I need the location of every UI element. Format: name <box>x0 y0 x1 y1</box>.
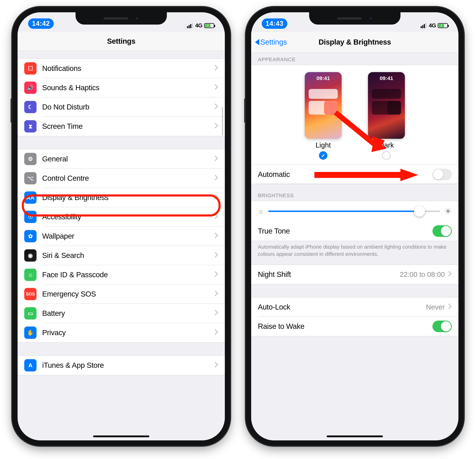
sounds-icon: 🔊 <box>24 82 36 94</box>
sos-icon: SOS <box>24 288 36 300</box>
battery-icon <box>438 23 448 28</box>
settings-row-appstore[interactable]: AiTunes & App Store <box>17 356 225 375</box>
signal-icon <box>421 23 427 28</box>
radio-dark[interactable] <box>382 151 391 160</box>
notch <box>309 12 400 25</box>
settings-row-control-centre[interactable]: ⌥Control Centre <box>17 169 225 188</box>
appearance-chooser: 09:41 Light 09:41 <box>251 65 459 164</box>
true-tone-label: True Tone <box>258 227 433 235</box>
siri-icon: ◉ <box>24 249 36 262</box>
row-night-shift[interactable]: Night Shift 22:00 to 08:00 <box>251 265 459 284</box>
chevron-right-icon <box>214 310 218 317</box>
chevron-left-icon <box>255 39 259 45</box>
settings-row-sounds[interactable]: 🔊Sounds & Haptics <box>17 78 225 97</box>
row-label: Control Centre <box>42 174 214 182</box>
display-icon: AA <box>24 191 36 204</box>
row-label: Wallpaper <box>42 232 214 240</box>
scroll-indicator[interactable] <box>222 107 223 135</box>
clock-pill: 14:43 <box>262 18 287 29</box>
chevron-right-icon <box>214 329 218 337</box>
settings-row-display[interactable]: AADisplay & Brightness <box>17 188 225 207</box>
row-label: Siri & Search <box>42 251 214 260</box>
speaker-grille <box>103 17 128 19</box>
radio-light[interactable] <box>319 151 327 160</box>
settings-row-screentime[interactable]: ⧗Screen Time <box>17 117 225 136</box>
gear-icon: ⚙ <box>24 153 36 165</box>
page-title: Settings <box>107 37 136 45</box>
appearance-light-label: Light <box>305 141 342 149</box>
auto-lock-label: Auto-Lock <box>258 303 426 311</box>
chevron-right-icon <box>214 361 218 369</box>
night-shift-detail: 22:00 to 08:00 <box>400 270 445 279</box>
appstore-icon: A <box>24 359 36 371</box>
notifications-icon: ☐ <box>24 62 36 74</box>
settings-row-faceid[interactable]: ☺Face ID & Passcode <box>17 265 225 284</box>
header-appearance: APPEARANCE <box>251 53 459 65</box>
row-label: iTunes & App Store <box>42 361 214 369</box>
settings-row-siri[interactable]: ◉Siri & Search <box>17 246 225 265</box>
row-true-tone[interactable]: True Tone <box>251 221 459 241</box>
toggle-automatic[interactable] <box>433 169 452 180</box>
settings-list[interactable]: ☐Notifications🔊Sounds & Haptics☾Do Not D… <box>17 51 225 440</box>
chevron-right-icon <box>448 270 452 279</box>
row-label: Sounds & Haptics <box>42 83 214 92</box>
toggle-raise-to-wake[interactable] <box>433 320 452 332</box>
row-label: Privacy <box>42 328 214 337</box>
settings-row-accessibility[interactable]: ☉Accessibility <box>17 207 225 227</box>
nav-header: Settings <box>17 32 225 51</box>
back-label: Settings <box>260 38 287 46</box>
speaker-grille <box>337 17 362 19</box>
brightness-slider[interactable] <box>268 211 440 212</box>
appearance-light[interactable]: 09:41 Light <box>305 72 342 160</box>
chevron-right-icon <box>214 65 218 73</box>
chevron-right-icon <box>214 123 218 130</box>
network-label: 4G <box>429 22 436 29</box>
display-brightness-content[interactable]: APPEARANCE 09:41 Light <box>251 53 459 440</box>
home-indicator[interactable] <box>327 435 383 437</box>
row-label: Screen Time <box>42 122 214 131</box>
settings-row-gear[interactable]: ⚙General <box>17 149 225 169</box>
settings-row-sos[interactable]: SOSEmergency SOS <box>17 284 225 304</box>
front-camera <box>135 16 139 20</box>
row-label: General <box>42 155 214 163</box>
chevron-right-icon <box>214 103 218 111</box>
control-centre-icon: ⌥ <box>24 172 36 184</box>
chevron-right-icon <box>214 271 218 279</box>
preview-time: 09:41 <box>305 75 342 81</box>
settings-row-notifications[interactable]: ☐Notifications <box>17 59 225 78</box>
chevron-right-icon <box>214 194 218 202</box>
brightness-high-icon: ☀ <box>444 206 452 216</box>
row-label: Display & Brightness <box>42 193 214 202</box>
appearance-dark[interactable]: 09:41 Dark <box>368 72 405 160</box>
page-title: Display & Brightness <box>319 38 391 46</box>
row-label: Face ID & Passcode <box>42 270 214 279</box>
screentime-icon: ⧗ <box>24 120 36 132</box>
true-tone-footer: Automatically adapt iPhone display based… <box>251 241 459 265</box>
dnd-icon: ☾ <box>24 101 36 113</box>
toggle-true-tone[interactable] <box>433 225 452 237</box>
settings-row-dnd[interactable]: ☾Do Not Disturb <box>17 97 225 117</box>
faceid-icon: ☺ <box>24 269 36 281</box>
row-label: Battery <box>42 309 214 318</box>
settings-row-privacy[interactable]: ✋Privacy <box>17 323 225 342</box>
preview-dark: 09:41 <box>368 72 405 139</box>
row-label: Notifications <box>42 64 214 73</box>
privacy-icon: ✋ <box>24 327 36 339</box>
chevron-right-icon <box>214 84 218 92</box>
row-raise-to-wake[interactable]: Raise to Wake <box>251 317 459 336</box>
preview-time: 09:41 <box>368 75 405 81</box>
chevron-right-icon <box>214 155 218 163</box>
chevron-right-icon <box>448 303 452 311</box>
header-brightness: BRIGHTNESS <box>251 184 459 201</box>
appearance-dark-label: Dark <box>368 141 405 149</box>
nav-header: Settings Display & Brightness <box>251 32 459 53</box>
settings-row-wallpaper[interactable]: ✿Wallpaper <box>17 227 225 246</box>
row-auto-lock[interactable]: Auto-Lock Never <box>251 297 459 317</box>
settings-row-battery[interactable]: ▭Battery <box>17 304 225 323</box>
home-indicator[interactable] <box>93 435 149 437</box>
back-button[interactable]: Settings <box>255 38 287 46</box>
chevron-right-icon <box>214 290 218 298</box>
brightness-slider-row[interactable]: ☼ ☀ <box>251 201 459 221</box>
row-automatic[interactable]: Automatic <box>251 164 459 184</box>
notch <box>76 12 167 25</box>
